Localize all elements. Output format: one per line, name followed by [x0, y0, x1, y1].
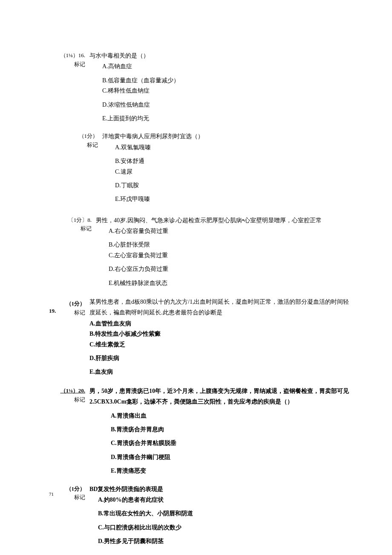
q19-meta: （1分） 标记 [51, 297, 89, 317]
q18-options: A.右心室容量负荷过重 B.心脏舒张受限 C.左心室容量负荷过重 D.右心室压力… [96, 227, 375, 288]
q19-options: A.血管性血友病 B.特发性血小板减少性紫癜 C.维生素傲乏 D.肝脏疾病 E.… [89, 319, 375, 377]
q21-opt-b: B.常出现在女性的大、小阴唇和阴道 [98, 509, 375, 518]
q18-meta: 〔1分〕8. 标记 [58, 216, 96, 234]
q16-mark: 标记 [51, 60, 85, 69]
q21-opt-c: C.与口腔溃疡相比出现的次数少 [98, 523, 375, 532]
q21-content: BD复发性外阴溃痂的表现是 A.妁80%的患者有此症状 B.常出现在女性的大、小… [89, 485, 375, 547]
question-17: （1分） 标记 洋地黄中毒病人应用利尿剂时宜选（） A.双氢氯嘎嗪 B.安体舒通… [64, 132, 375, 205]
q18-opt-c: C.左心室容量负荷过重 [109, 251, 375, 260]
q19-opt-e: E.血友病 [89, 367, 375, 377]
q17-opt-a: A.双氢氯嘎嗪 [115, 143, 375, 152]
q16-opt-a: A.高钠血症 [102, 62, 375, 71]
q17-score: （1分） [64, 132, 98, 141]
q19-opt-d: D.肝脏疾病 [89, 354, 375, 363]
q20-mark: 标记 [51, 395, 85, 404]
q17-content: 洋地黄中毒病人应用利尿剂时宜选（） A.双氢氯嘎嗪 B.安体舒通 C.速尿 D.… [102, 132, 375, 205]
q18-opt-a: A.右心室容量负荷过重 [109, 227, 375, 236]
q20-meta: （1⅛）20. 标记 [51, 386, 89, 404]
q20-score: （1⅛）20. [51, 386, 85, 395]
q20-opt-c: C.胃溃疡合并胃粘膜脱垂 [111, 439, 375, 448]
q18-mark: 标记 [58, 224, 92, 233]
q21-meta: （1分） 标记 [51, 485, 89, 503]
q19-line2: 度延长，褊血鞫呀时间延长.此患者最符合的诊断是 [89, 308, 375, 317]
q19-opt-a: A.血管性血友病 [89, 319, 375, 328]
q19-num: 19. [49, 307, 56, 316]
question-19: 19. （1分） 标记 某男性患者，血d板80乘以十的九次方/1,出血时间延长，… [51, 297, 375, 378]
q16-score: （1⅛）16. [51, 51, 85, 60]
q16-opt-b: B.低容量血症（血容量减少） [102, 76, 375, 85]
q17-opt-b: B.安体舒通 [115, 157, 375, 166]
q19-score: （1分） [51, 299, 85, 308]
question-18: 〔1分〕8. 标记 男性，40岁.因胸闷、气急来诊.心超检查示肥厚型心肌病•心室… [58, 216, 375, 289]
q18-content: 男性，40岁.因胸闷、气急来诊.心超检查示肥厚型心肌病•心室壁明显噌厚，心室腔正… [96, 216, 375, 289]
q17-question: 洋地黄中毒病人应用利尿剂时宜选（） [102, 132, 375, 141]
question-21: 71 （1分） 标记 BD复发性外阴溃痂的表现是 A.妁80%的患者有此症状 B… [51, 485, 375, 547]
q18-opt-d: D.右心室压力负荷过重 [109, 264, 375, 274]
q20-options: A.胃溃痛出血 B.胃溃疡合并胃息肉 C.胃溃疡合并胃粘膜脱垂 D.胃溃痛合并幽… [89, 411, 375, 476]
q19-opt-c: C.维生素傲乏 [89, 340, 375, 349]
q21-options: A.妁80%的患者有此症状 B.常出现在女性的大、小阴唇和阴道 C.与口腔溃疡相… [89, 495, 375, 546]
q20-opt-b: B.胃溃疡合并胃息肉 [111, 425, 375, 434]
q21-opt-a: A.妁80%的患者有此症状 [98, 495, 375, 505]
q16-question: 与水中毒相关的是（） [89, 51, 375, 61]
q21-num: 71 [49, 491, 54, 498]
q18-question: 男性，40岁.因胸闷、气急来诊.心超检查示肥厚型心肌病•心室壁明显噌厚，心室腔正… [96, 216, 375, 225]
q21-question: BD复发性外阴溃痂的表现是 [89, 485, 375, 494]
q17-options: A.双氢氯嘎嗪 B.安体舒通 C.速尿 D.丁眠胺 E.环戊甲嘎嗪 [102, 143, 375, 204]
q17-opt-e: E.环戊甲嘎嗪 [115, 195, 375, 204]
q17-mark: 标记 [64, 141, 98, 150]
q20-opt-e: E.胃溃痛恶变 [111, 466, 375, 476]
q16-opt-d: D.浓缩性低钠血症 [102, 100, 375, 110]
q19-mark: 标记 [51, 308, 85, 317]
q20-opt-d: D.胃溃痛合并幽门梗阻 [111, 453, 375, 462]
q20-content: 男，50岁，患胃溃疡已10年，近3个月来，上腹痛变为无规律，胃纳减退，盗钢餐检查… [89, 386, 375, 477]
q18-opt-b: B.心脏舒张受限 [109, 240, 375, 250]
q21-score: （1分） [51, 485, 85, 494]
q20-opt-a: A.胃溃痛出血 [111, 411, 375, 421]
q21-mark: 标记 [51, 493, 85, 502]
q16-opt-c: C.稀释性低血钠症 [102, 86, 375, 96]
question-16: （1⅛）16. 标记 与水中毒相关的是（） A.高钠血症 B.低容量血症（血容量… [51, 51, 375, 124]
q18-score: 〔1分〕8. [58, 216, 92, 225]
q16-content: 与水中毒相关的是（） A.高钠血症 B.低容量血症（血容量减少） C.稀释性低血… [89, 51, 375, 124]
q19-opt-b: B.特发性血小板减少性紫癜 [89, 329, 375, 339]
q17-opt-d: D.丁眠胺 [115, 181, 375, 190]
q16-meta: （1⅛）16. 标记 [51, 51, 89, 69]
q17-opt-c: C.速尿 [115, 167, 375, 177]
question-20: （1⅛）20. 标记 男，50岁，患胃溃疡已10年，近3个月来，上腹痛变为无规律… [51, 386, 375, 477]
q17-meta: （1分） 标记 [64, 132, 102, 150]
q18-opt-e: E.机械性静脉淤血状态 [109, 279, 375, 288]
q20-line1: 男，50岁，患胃溃疡已10年，近3个月来，上腹痛变为无规律，胃纳减退，盗钢餐检查… [89, 386, 375, 396]
q16-opt-e: E.上面提到的均无 [102, 114, 375, 123]
q16-options: A.高钠血症 B.低容量血症（血容量减少） C.稀释性低血钠症 D.浓缩性低钠血… [89, 62, 375, 123]
q19-content: 某男性患者，血d板80乘以十的九次方/1,出血时间延长，凝血时间正常，激活的部分… [89, 297, 375, 378]
q20-line2: 2.5CBX3.0Cm龛彩，边缘不齐，粪便隐血三次阳性，首先应考虑的疾病是（） [89, 397, 375, 407]
q19-line1: 某男性患者，血d板80乘以十的九次方/1,出血时间延长，凝血时间正常，激活的部分… [89, 297, 375, 307]
q21-opt-d: D.男性多见于阴囊和阴茎 [98, 537, 375, 546]
